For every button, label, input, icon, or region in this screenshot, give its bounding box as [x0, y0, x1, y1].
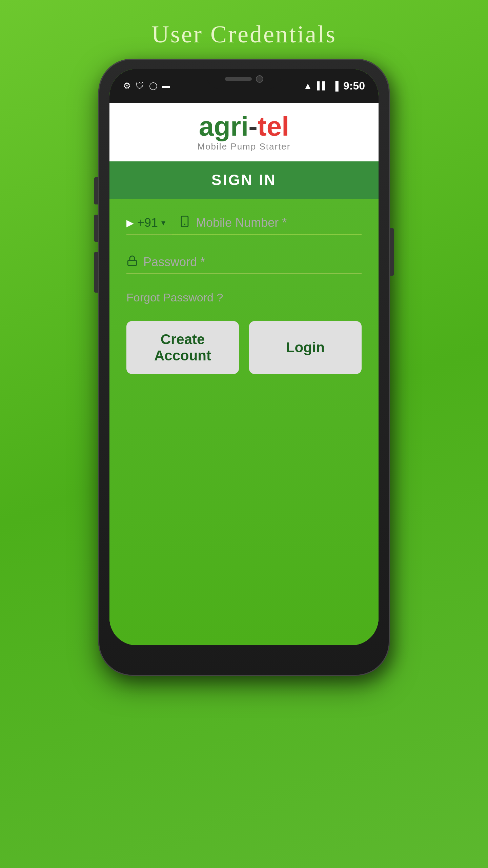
- wifi-icon: ▲: [304, 81, 312, 91]
- sim-icon: ▬: [162, 81, 170, 90]
- settings-icon: ⚙: [123, 81, 131, 91]
- password-input[interactable]: [143, 255, 362, 269]
- app-content: agri-tel Mobile Pump Starter SIGN IN ▶ +…: [109, 103, 379, 645]
- circle-icon: ◯: [149, 81, 158, 90]
- speaker: [225, 77, 252, 81]
- phone-shell: ⚙ 🛡 ◯ ▬ ▲ ▌▌ ▐ 9:50: [98, 59, 390, 676]
- country-code: +91: [137, 216, 158, 230]
- volume-down-button: [94, 252, 98, 293]
- shield-icon: 🛡: [136, 81, 144, 91]
- camera: [256, 75, 263, 83]
- logo-tel: tel: [258, 111, 289, 141]
- logo-dash: -: [248, 111, 258, 141]
- status-icons-right: ▲ ▌▌ ▐ 9:50: [304, 80, 365, 92]
- lock-icon: [126, 255, 138, 269]
- flag-icon: ▶: [126, 217, 134, 229]
- phone-icon: [179, 216, 190, 230]
- password-row: [126, 255, 362, 274]
- logo-agri: agri: [199, 111, 249, 141]
- phone-input-wrapper: [172, 216, 362, 235]
- signal-icon: ▌▌: [317, 81, 327, 90]
- status-bar: ⚙ 🛡 ◯ ▬ ▲ ▌▌ ▐ 9:50: [109, 69, 379, 103]
- screen: ⚙ 🛡 ◯ ▬ ▲ ▌▌ ▐ 9:50: [109, 69, 379, 645]
- country-selector[interactable]: ▶ +91 ▾: [126, 216, 172, 235]
- app-header: agri-tel Mobile Pump Starter: [109, 103, 379, 161]
- forgot-password-link[interactable]: Forgot Password ?: [126, 291, 362, 304]
- logo-subtitle: Mobile Pump Starter: [198, 141, 291, 152]
- action-buttons: Create Account Login: [126, 321, 362, 374]
- login-button[interactable]: Login: [249, 321, 362, 374]
- volume-up-button: [94, 215, 98, 242]
- signin-bar: SIGN IN: [109, 161, 379, 199]
- notch: [207, 69, 281, 89]
- form-area: ▶ +91 ▾: [109, 199, 379, 645]
- logo: agri-tel Mobile Pump Starter: [198, 113, 291, 152]
- svg-rect-0: [181, 216, 188, 226]
- dropdown-arrow-icon: ▾: [161, 218, 165, 228]
- signin-label: SIGN IN: [211, 172, 277, 188]
- phone-number-row: ▶ +91 ▾: [126, 216, 362, 235]
- status-icons-left: ⚙ 🛡 ◯ ▬: [123, 81, 170, 91]
- status-time: 9:50: [343, 80, 365, 92]
- create-account-button[interactable]: Create Account: [126, 321, 239, 374]
- mobile-number-input[interactable]: [196, 216, 362, 230]
- battery-icon: ▐: [332, 81, 339, 91]
- svg-rect-2: [128, 260, 137, 266]
- page-title: User Credentials: [151, 21, 337, 48]
